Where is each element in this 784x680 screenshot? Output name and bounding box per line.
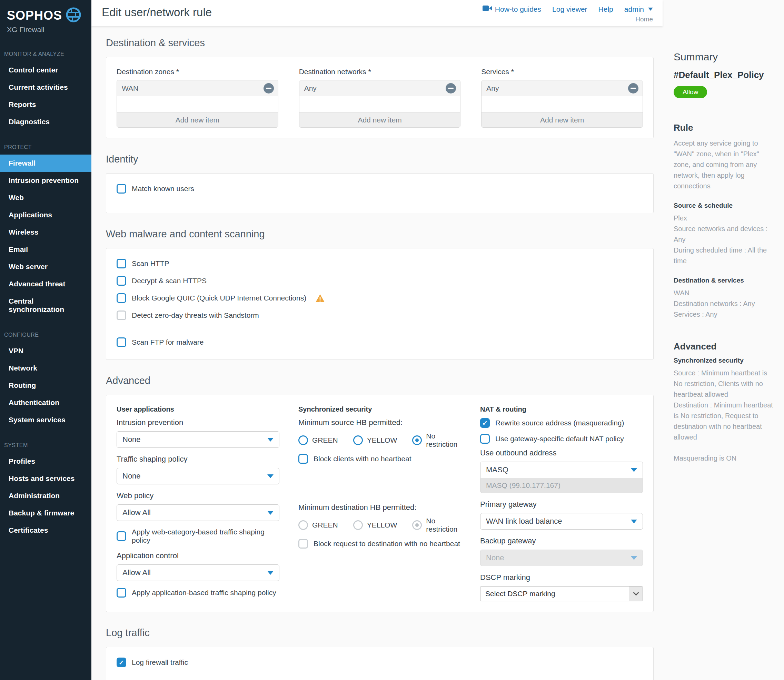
sidebar-item-wireless[interactable]: Wireless xyxy=(0,224,91,241)
chevron-down-icon xyxy=(631,519,637,523)
dest-hb-yellow-radio xyxy=(353,520,363,530)
remove-item-icon[interactable] xyxy=(628,83,638,93)
use-outbound-address-label: Use outbound address xyxy=(480,449,643,458)
primary-gateway-label: Primary gateway xyxy=(480,500,643,509)
sidebar-item-email[interactable]: Email xyxy=(0,241,91,258)
add-destination-zone-button[interactable]: Add new item xyxy=(117,112,278,127)
list-item[interactable]: Any xyxy=(481,80,643,96)
sidebar-item-applications[interactable]: Applications xyxy=(0,206,91,224)
destination-networks-label: Destination networks * xyxy=(299,68,461,76)
application-control-select[interactable]: Allow All xyxy=(116,564,280,581)
synchronized-security-column: Synchronized security Minimum source HB … xyxy=(299,405,461,549)
firewall-brick-icon xyxy=(66,7,82,24)
application-shaping-checkbox[interactable] xyxy=(116,588,126,598)
chevron-down-icon xyxy=(267,438,273,442)
chevron-down-icon xyxy=(267,571,273,575)
rule-description: Accept any service going to "WAN" zone, … xyxy=(674,138,774,192)
summary-advanced-heading: Advanced xyxy=(674,341,774,352)
sidebar-item-intrusion-prevention[interactable]: Intrusion prevention xyxy=(0,172,91,189)
web-policy-label: Web policy xyxy=(116,491,280,500)
sidebar-item-administration[interactable]: Administration xyxy=(0,487,91,504)
rewrite-source-address-checkbox[interactable] xyxy=(480,418,490,428)
sidebar-item-network[interactable]: Network xyxy=(0,359,91,377)
sidebar-item-advanced-threat[interactable]: Advanced threat xyxy=(0,275,91,293)
advanced-card: User applications Intrusion prevention N… xyxy=(106,395,654,612)
chevron-down-icon xyxy=(267,511,273,515)
sidebar-item-authentication[interactable]: Authentication xyxy=(0,394,91,411)
identity-card: Match known users xyxy=(106,173,654,213)
traffic-shaping-select[interactable]: None xyxy=(116,468,280,484)
source-hb-green-radio[interactable] xyxy=(299,435,308,445)
min-source-hb-label: Minimum source HB permitted: xyxy=(299,418,461,427)
help-link[interactable]: Help xyxy=(599,5,613,13)
summary-sync-heading: Synchronized security xyxy=(674,357,774,364)
outbound-address-select[interactable]: MASQ xyxy=(480,461,643,478)
select-dropdown-button[interactable] xyxy=(629,587,643,601)
listbox-empty-area xyxy=(481,96,643,112)
sidebar-item-web[interactable]: Web xyxy=(0,189,91,206)
synchronized-security-heading: Synchronized security xyxy=(299,405,461,413)
log-traffic-card: Log firewall traffic xyxy=(106,647,654,680)
sidebar-item-reports[interactable]: Reports xyxy=(0,96,91,113)
sidebar-item-certificates[interactable]: Certificates xyxy=(0,522,91,539)
chevron-down-icon xyxy=(633,590,639,596)
list-item[interactable]: Any xyxy=(299,80,460,96)
sidebar-item-current-activities[interactable]: Current activities xyxy=(0,79,91,96)
sidebar-item-profiles[interactable]: Profiles xyxy=(0,453,91,470)
warning-icon xyxy=(315,294,325,302)
chevron-down-icon xyxy=(267,474,273,478)
remove-item-icon[interactable] xyxy=(264,83,274,93)
sidebar-item-hosts-and-services[interactable]: Hosts and services xyxy=(0,470,91,487)
block-request-no-heartbeat-checkbox xyxy=(299,539,308,549)
video-camera-icon xyxy=(482,5,492,13)
sidebar-item-routing[interactable]: Routing xyxy=(0,377,91,394)
remove-item-icon[interactable] xyxy=(446,83,456,93)
scan-ftp-checkbox[interactable] xyxy=(116,337,126,347)
howto-guides-link[interactable]: How-to guides xyxy=(482,5,541,13)
scan-http-checkbox[interactable] xyxy=(116,259,126,268)
sidebar-item-backup-firmware[interactable]: Backup & firmware xyxy=(0,504,91,522)
add-service-button[interactable]: Add new item xyxy=(481,112,643,127)
backup-gateway-select: None xyxy=(480,549,643,566)
block-clients-no-heartbeat-checkbox[interactable] xyxy=(299,454,308,464)
main-content: Destination & services Destination zones… xyxy=(91,26,663,680)
log-firewall-traffic-checkbox[interactable] xyxy=(116,658,126,667)
sidebar-item-vpn[interactable]: VPN xyxy=(0,342,91,359)
intrusion-prevention-select[interactable]: None xyxy=(116,431,280,448)
match-known-users-label: Match known users xyxy=(132,184,194,193)
source-hb-none-radio[interactable] xyxy=(412,435,422,445)
masquerading-status: Masquerading is ON xyxy=(674,453,774,464)
primary-gateway-select[interactable]: WAN link load balance xyxy=(480,513,643,530)
sidebar-item-system-services[interactable]: System services xyxy=(0,411,91,428)
admin-menu[interactable]: admin xyxy=(624,5,653,13)
sidebar-item-firewall[interactable]: Firewall xyxy=(0,154,91,172)
policy-name: #Default_Plex_Policy xyxy=(674,70,774,80)
log-firewall-traffic-label: Log firewall traffic xyxy=(132,658,188,667)
rule-heading: Rule xyxy=(674,123,774,133)
listbox-empty-area xyxy=(299,96,460,112)
list-item[interactable]: WAN xyxy=(117,80,278,96)
sidebar-item-diagnostics[interactable]: Diagnostics xyxy=(0,113,91,131)
sidebar-item-web-server[interactable]: Web server xyxy=(0,258,91,275)
destination-zones-label: Destination zones * xyxy=(116,68,278,76)
summary-destination-heading: Destination & services xyxy=(674,277,774,284)
gateway-specific-nat-checkbox[interactable] xyxy=(480,434,490,444)
advanced-heading: Advanced xyxy=(106,375,654,386)
web-category-shaping-checkbox[interactable] xyxy=(116,531,126,541)
sidebar-item-central-synchronization[interactable]: Central synchronization xyxy=(0,293,91,318)
block-google-quic-checkbox[interactable] xyxy=(116,293,126,303)
sophos-logo: SOPHOS xyxy=(7,8,62,23)
source-hb-yellow-radio[interactable] xyxy=(353,435,363,445)
dscp-marking-select[interactable]: Select DSCP marking xyxy=(480,586,643,601)
chevron-down-icon xyxy=(631,556,637,560)
add-destination-network-button[interactable]: Add new item xyxy=(299,112,460,127)
web-policy-select[interactable]: Allow All xyxy=(116,504,280,521)
match-known-users-checkbox[interactable] xyxy=(116,184,126,194)
sidebar-item-control-center[interactable]: Control center xyxy=(0,61,91,79)
summary-heading: Summary xyxy=(674,51,774,63)
nav-section-monitor: MONITOR & ANALYZE xyxy=(0,37,91,61)
nav-section-system: SYSTEM xyxy=(0,428,91,453)
log-viewer-link[interactable]: Log viewer xyxy=(552,5,588,13)
traffic-shaping-label: Traffic shaping policy xyxy=(116,455,280,464)
decrypt-scan-https-checkbox[interactable] xyxy=(116,276,126,286)
